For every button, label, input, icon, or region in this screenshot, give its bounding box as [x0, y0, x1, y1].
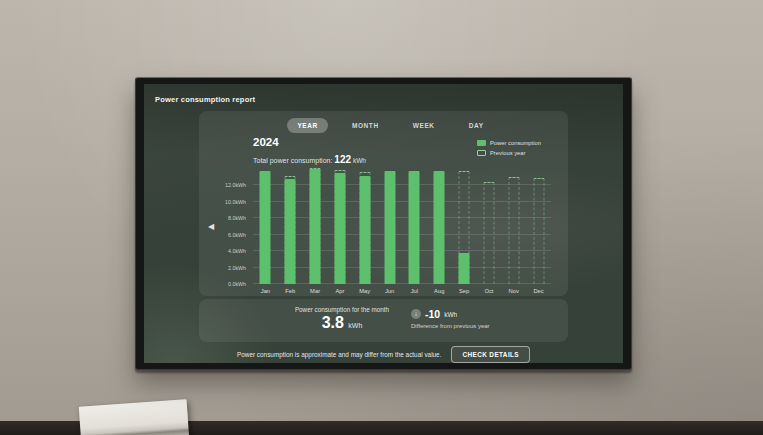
y-tick-label: 8.0kWh: [199, 215, 246, 221]
page-title: Power consumption report: [155, 95, 255, 104]
total-consumption-unit: kWh: [353, 157, 366, 164]
consumption-bar-feb: [285, 179, 296, 284]
tab-day[interactable]: DAY: [459, 118, 494, 133]
month-consumption-block: Power consumption for the month 3.8 kWh: [257, 299, 427, 342]
x-tick-label-feb: Feb: [278, 288, 303, 294]
difference-label: Difference from previous year: [411, 323, 490, 329]
legend-item: Power consumption: [477, 140, 541, 146]
check-details-button[interactable]: CHECK DETAILS: [451, 346, 530, 363]
y-tick-label: 10.0kWh: [199, 199, 246, 205]
month-consumption-value: 3.8: [322, 314, 344, 331]
footer-row: Power consumption is approximate and may…: [144, 345, 623, 363]
tab-month[interactable]: MONTH: [342, 118, 389, 133]
previous-year-bar-oct: [483, 182, 494, 284]
legend-label: Previous year: [490, 150, 525, 156]
month-slot-jan: Jan: [253, 169, 278, 284]
month-slot-aug: Aug: [427, 169, 452, 284]
month-slot-dec: Dec: [526, 169, 551, 284]
month-slot-nov: Nov: [501, 169, 526, 284]
total-consumption-line: Total power consumption: 122 kWh: [253, 154, 366, 165]
month-slot-may: May: [352, 169, 377, 284]
consumption-bar-jun: [384, 171, 395, 284]
month-slot-feb: Feb: [278, 169, 303, 284]
month-slot-sep: Sep: [452, 169, 477, 284]
x-tick-label-aug: Aug: [427, 288, 452, 294]
previous-year-bar-nov: [508, 177, 519, 284]
consumption-bar-mar: [310, 169, 321, 284]
y-tick-label: 0.0kWh: [199, 281, 246, 287]
consumption-bar-aug: [434, 171, 445, 284]
y-tick-label: 6.0kWh: [199, 232, 246, 238]
month-consumption-label: Power consumption for the month: [257, 306, 427, 313]
y-tick-label: 12.0kWh: [199, 182, 246, 188]
period-tabs: YEARMONTHWEEKDAY: [199, 117, 568, 133]
legend-item: Previous year: [477, 150, 541, 156]
consumption-bar-may: [359, 176, 370, 284]
year-label: 2024: [253, 136, 279, 148]
disclaimer-text: Power consumption is approximate and may…: [237, 351, 442, 358]
month-slot-oct: Oct: [477, 169, 502, 284]
report-panel: YEARMONTHWEEKDAY 2024 Total power consum…: [199, 111, 568, 296]
tv-frame: Power consumption report YEARMONTHWEEKDA…: [135, 77, 632, 370]
difference-block: ↓ -10 kWh Difference from previous year: [411, 308, 490, 329]
legend-label: Power consumption: [490, 140, 541, 146]
total-consumption-value: 122: [334, 154, 351, 165]
x-tick-label-nov: Nov: [501, 288, 526, 294]
x-tick-label-mar: Mar: [303, 288, 328, 294]
x-tick-label-apr: Apr: [328, 288, 353, 294]
legend-swatch-filled-icon: [477, 140, 486, 146]
tab-year[interactable]: YEAR: [287, 118, 327, 133]
month-consumption-unit: kWh: [348, 322, 362, 329]
decrease-arrow-icon: ↓: [411, 309, 421, 319]
chart-legend: Power consumptionPrevious year: [477, 140, 541, 156]
consumption-bar-jul: [409, 171, 420, 284]
difference-unit: kWh: [444, 311, 457, 318]
consumption-bar-sep: [459, 253, 470, 284]
chart-y-axis: 0.0kWh2.0kWh4.0kWh6.0kWh8.0kWh10.0kWh12.…: [199, 169, 249, 284]
x-tick-label-oct: Oct: [477, 288, 502, 294]
x-tick-label-jan: Jan: [253, 288, 278, 294]
stats-panel: Power consumption for the month 3.8 kWh …: [199, 299, 568, 342]
difference-value: -10: [425, 308, 440, 320]
x-tick-label-may: May: [352, 288, 377, 294]
consumption-bar-apr: [334, 173, 345, 284]
month-slot-jun: Jun: [377, 169, 402, 284]
y-tick-label: 2.0kWh: [199, 265, 246, 271]
consumption-bar-jan: [260, 171, 271, 284]
month-slot-apr: Apr: [328, 169, 353, 284]
legend-swatch-outline-icon: [477, 150, 486, 156]
previous-year-bar-dec: [533, 178, 544, 284]
y-tick-label: 4.0kWh: [199, 248, 246, 254]
month-slot-jul: Jul: [402, 169, 427, 284]
tab-week[interactable]: WEEK: [403, 118, 445, 133]
month-slot-mar: Mar: [303, 169, 328, 284]
tv-screen: Power consumption report YEARMONTHWEEKDA…: [144, 84, 623, 363]
x-tick-label-sep: Sep: [452, 288, 477, 294]
x-tick-label-jul: Jul: [402, 288, 427, 294]
x-tick-label-dec: Dec: [526, 288, 551, 294]
chart-plot: JanFebMarAprMayJunJulAugSepOctNovDec: [253, 169, 551, 284]
total-consumption-label: Total power consumption:: [253, 157, 332, 164]
white-object-on-table: [79, 399, 190, 435]
x-tick-label-jun: Jun: [377, 288, 402, 294]
